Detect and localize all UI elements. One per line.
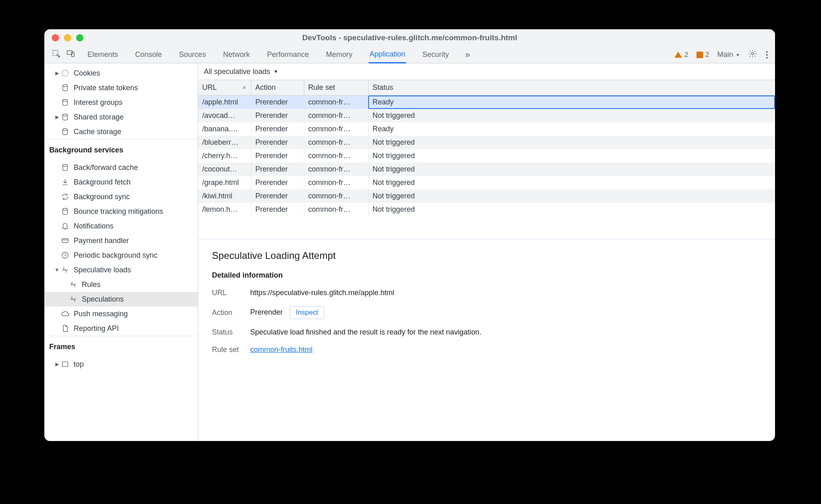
cell-url: /apple.html	[198, 96, 251, 109]
expand-icon[interactable]: ▶	[53, 70, 61, 76]
database-icon	[61, 98, 70, 106]
minimize-window-button[interactable]	[64, 34, 71, 41]
tab-sources[interactable]: Sources	[178, 46, 207, 63]
tab-network[interactable]: Network	[222, 46, 251, 63]
cell-action: Prerender	[251, 163, 304, 176]
table-row[interactable]: /grape.htmlPrerendercommon-fr…Not trigge…	[198, 176, 775, 189]
sidebar-item-label: Background sync	[74, 193, 130, 201]
sidebar-item-background-fetch[interactable]: Background fetch	[44, 175, 198, 189]
table-row[interactable]: /kiwi.htmlPrerendercommon-fr…Not trigger…	[198, 189, 775, 203]
close-window-button[interactable]	[52, 34, 59, 41]
sidebar-item-label: Cookies	[74, 69, 100, 78]
card-icon	[61, 237, 70, 245]
inspect-button[interactable]: Inspect	[290, 306, 324, 319]
tab-console[interactable]: Console	[134, 46, 163, 63]
document-icon	[61, 324, 70, 332]
detail-url-label: URL	[212, 289, 240, 297]
sidebar-item-label: Notifications	[74, 222, 114, 230]
detail-action-label: Action	[212, 308, 240, 317]
column-status[interactable]: Status	[368, 80, 775, 96]
issues-count: 2	[705, 51, 709, 59]
column-url[interactable]: URL▲	[198, 80, 251, 96]
sidebar-item-rules[interactable]: Rules	[44, 277, 198, 292]
window-controls	[44, 34, 83, 41]
database-icon	[61, 207, 70, 215]
sidebar-item-speculative-loads[interactable]: ▼ Speculative loads	[44, 263, 198, 277]
collapse-icon[interactable]: ▼	[53, 267, 61, 273]
tab-elements[interactable]: Elements	[87, 46, 119, 63]
sidebar-item-periodic-sync[interactable]: Periodic background sync	[44, 248, 198, 263]
table-header-row: URL▲ Action Rule set Status	[198, 80, 775, 96]
svg-point-6	[63, 100, 68, 102]
warnings-chip[interactable]: 2	[675, 51, 688, 59]
tab-memory[interactable]: Memory	[325, 46, 353, 63]
cell-ruleset: common-fr…	[304, 96, 368, 109]
sidebar-item-interest-groups[interactable]: Interest groups	[44, 95, 198, 110]
cell-status: Not triggered	[368, 109, 775, 122]
database-icon	[61, 113, 70, 121]
svg-point-7	[63, 114, 68, 116]
more-menu-button[interactable]	[765, 50, 769, 59]
inspect-element-icon[interactable]	[52, 49, 61, 60]
device-toolbar-icon[interactable]	[66, 49, 75, 60]
tab-application[interactable]: Application	[369, 47, 406, 63]
filter-dropdown[interactable]: All speculative loads ▼	[198, 63, 775, 80]
sidebar-item-private-state-tokens[interactable]: Private state tokens	[44, 80, 198, 95]
cell-ruleset: common-fr…	[304, 163, 368, 176]
table-row[interactable]: /banana.…Prerendercommon-fr…Ready	[198, 122, 775, 136]
svg-point-10	[63, 209, 68, 211]
expand-icon[interactable]: ▶	[53, 114, 61, 120]
sidebar-item-cookies[interactable]: ▶ Cookies	[44, 66, 198, 80]
expand-icon[interactable]: ▶	[53, 361, 61, 367]
cell-ruleset: common-fr…	[304, 109, 368, 122]
cell-action: Prerender	[251, 122, 304, 136]
cell-url: /coconut…	[198, 163, 251, 176]
column-action[interactable]: Action	[251, 80, 304, 96]
table-row[interactable]: /avocad…Prerendercommon-fr…Not triggered	[198, 109, 775, 122]
sidebar-item-push-messaging[interactable]: Push messaging	[44, 306, 198, 321]
cell-ruleset: common-fr…	[304, 189, 368, 203]
sidebar-item-shared-storage[interactable]: ▶ Shared storage	[44, 110, 198, 124]
column-ruleset[interactable]: Rule set	[304, 80, 368, 96]
cell-action: Prerender	[251, 109, 304, 122]
speculations-table: URL▲ Action Rule set Status /apple.htmlP…	[198, 80, 775, 239]
sidebar-section-frames: Frames	[44, 336, 198, 354]
table-row[interactable]: /lemon.h…Prerendercommon-fr…Not triggere…	[198, 203, 775, 216]
sidebar-item-reporting-api[interactable]: Reporting API	[44, 321, 198, 336]
table-row[interactable]: /blueberr…Prerendercommon-fr…Not trigger…	[198, 136, 775, 149]
tab-security[interactable]: Security	[421, 46, 450, 63]
table-row[interactable]: /apple.htmlPrerendercommon-fr…Ready	[198, 96, 775, 109]
sidebar-item-payment-handler[interactable]: Payment handler	[44, 233, 198, 248]
cell-status: Ready	[368, 96, 775, 109]
issues-chip[interactable]: 2	[697, 51, 709, 59]
cell-url: /avocad…	[198, 109, 251, 122]
target-selector[interactable]: Main ▼	[717, 50, 740, 59]
detail-status-label: Status	[212, 328, 240, 337]
application-sidebar: ▶ Cookies Private state tokens Interest …	[44, 63, 198, 441]
sidebar-item-cache-storage[interactable]: Cache storage	[44, 124, 198, 139]
chevron-down-icon: ▼	[736, 52, 740, 57]
sidebar-item-label: Bounce tracking mitigations	[74, 207, 163, 216]
svg-point-8	[63, 129, 68, 131]
sidebar-item-speculations[interactable]: Speculations	[44, 292, 198, 306]
table-row[interactable]: /cherry.h…Prerendercommon-fr…Not trigger…	[198, 149, 775, 163]
cell-url: /grape.html	[198, 176, 251, 189]
title-bar: DevTools - speculative-rules.glitch.me/c…	[44, 29, 775, 46]
sidebar-item-background-sync[interactable]: Background sync	[44, 189, 198, 204]
sidebar-item-notifications[interactable]: Notifications	[44, 219, 198, 233]
warnings-count: 2	[684, 51, 688, 59]
bell-icon	[61, 222, 70, 230]
settings-icon[interactable]	[748, 49, 757, 60]
speculative-icon	[69, 280, 78, 289]
table-row[interactable]: /coconut…Prerendercommon-fr…Not triggere…	[198, 163, 775, 176]
detail-ruleset-link[interactable]: common-fruits.html	[250, 345, 312, 354]
tab-performance[interactable]: Performance	[266, 46, 310, 63]
sidebar-item-top-frame[interactable]: ▶ top	[44, 357, 198, 371]
cell-action: Prerender	[251, 96, 304, 109]
overflow-tabs-button[interactable]	[465, 50, 470, 60]
sidebar-item-bounce-tracking[interactable]: Bounce tracking mitigations	[44, 204, 198, 219]
database-icon	[61, 128, 70, 136]
maximize-window-button[interactable]	[76, 34, 83, 41]
sidebar-item-bfcache[interactable]: Back/forward cache	[44, 160, 198, 175]
cell-url: /banana.…	[198, 122, 251, 136]
